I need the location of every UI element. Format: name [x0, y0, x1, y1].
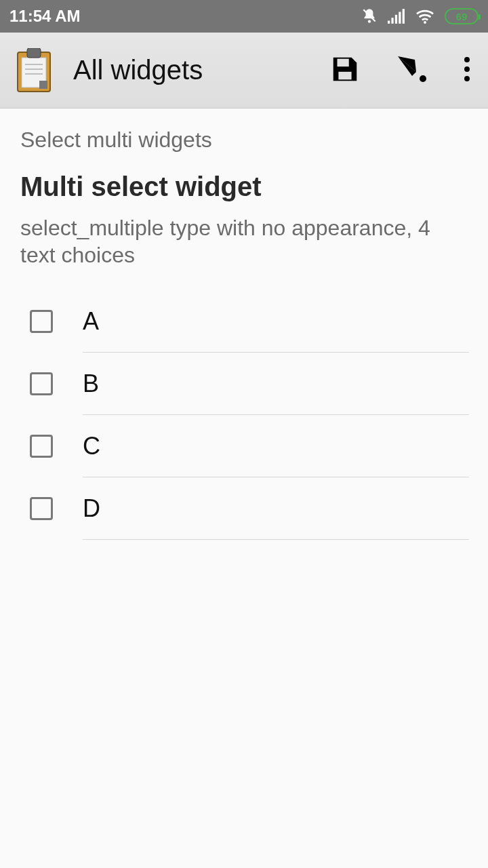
svg-point-20 [464, 66, 470, 72]
svg-rect-5 [403, 9, 405, 24]
overflow-menu-icon[interactable] [464, 56, 470, 85]
svg-rect-15 [338, 71, 351, 79]
choice-label: C [83, 432, 100, 460]
checkbox[interactable] [30, 372, 53, 395]
svg-rect-2 [391, 18, 393, 24]
choice-label: D [83, 494, 100, 523]
checkbox[interactable] [30, 310, 53, 333]
appbar-actions [329, 54, 470, 87]
app-bar: All widgets [0, 33, 488, 108]
battery-level: 69 [456, 11, 468, 22]
svg-rect-9 [27, 48, 41, 58]
status-bar: 11:54 AM [0, 0, 488, 33]
svg-point-18 [420, 75, 426, 82]
svg-rect-4 [399, 12, 401, 24]
choice-label: A [83, 307, 99, 336]
svg-point-0 [368, 20, 371, 22]
signal-icon [388, 9, 405, 24]
save-icon[interactable] [329, 54, 361, 87]
status-icons: 69 [361, 7, 479, 25]
group-label: Select multi widgets [20, 127, 469, 153]
choice-row[interactable]: B [20, 353, 469, 415]
choice-row[interactable]: D [20, 477, 469, 540]
svg-point-19 [464, 57, 470, 62]
form-content: Select multi widgets Multi select widget… [0, 108, 488, 540]
question-title: Multi select widget [20, 172, 469, 202]
svg-rect-14 [338, 58, 349, 66]
clipboard-icon[interactable] [15, 48, 53, 93]
svg-point-6 [424, 21, 426, 24]
checkbox[interactable] [30, 435, 53, 458]
checkbox[interactable] [30, 497, 53, 520]
question-description: select_multiple type with no appearance,… [20, 214, 469, 269]
goto-icon[interactable] [396, 54, 428, 87]
choice-row[interactable]: C [20, 415, 469, 477]
choice-list: A B C D [20, 290, 469, 540]
svg-rect-3 [395, 15, 397, 24]
svg-rect-1 [388, 21, 390, 24]
svg-rect-13 [39, 81, 47, 89]
choice-label: B [83, 370, 99, 398]
mute-icon [361, 7, 378, 25]
wifi-icon [415, 8, 435, 24]
battery-icon: 69 [445, 8, 479, 24]
choice-row[interactable]: A [20, 290, 469, 353]
page-title: All widgets [73, 55, 309, 85]
status-time: 11:54 AM [9, 7, 80, 26]
svg-point-21 [464, 76, 470, 81]
